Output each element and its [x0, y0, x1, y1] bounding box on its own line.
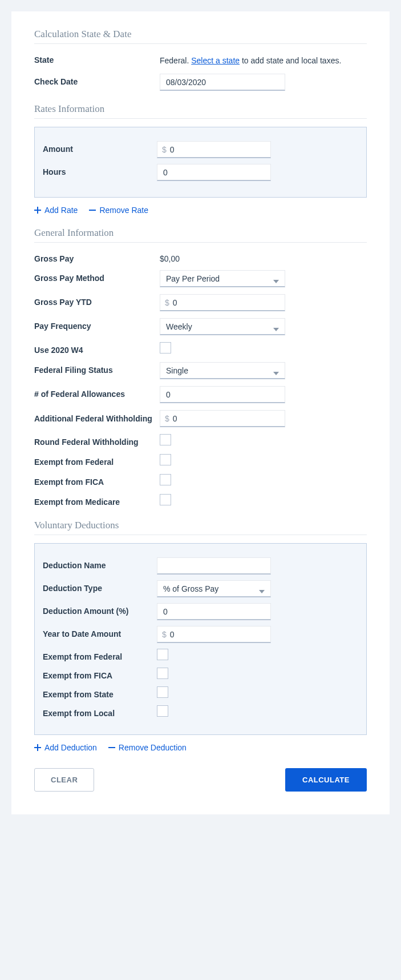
deduction-ytd-input[interactable]: [169, 629, 271, 640]
deduction-amount-label: Deduction Amount (%): [43, 603, 157, 616]
round-wh-row: Round Federal Withholding: [34, 434, 367, 447]
rate-hours-label: Hours: [43, 164, 157, 176]
deduction-name-label: Deduction Name: [43, 557, 157, 570]
additional-wh-wrap[interactable]: $: [160, 410, 285, 427]
section-title-rates: Rates Information: [34, 103, 367, 119]
round-wh-label: Round Federal Withholding: [34, 434, 160, 447]
rate-amount-row: Amount $: [43, 141, 358, 158]
filing-status-select[interactable]: Single: [160, 362, 285, 379]
state-row: State Federal. Select a state to add sta…: [34, 52, 367, 67]
gross-pay-method-label: Gross Pay Method: [34, 270, 160, 283]
section-title-general: General Information: [34, 227, 367, 243]
rate-links: Add Rate Remove Rate: [34, 206, 367, 215]
plus-icon: [34, 744, 41, 751]
ded-exempt-state-checkbox[interactable]: [157, 686, 168, 698]
minus-icon: [108, 744, 115, 751]
remove-deduction-link[interactable]: Remove Deduction: [108, 743, 187, 752]
exempt-medicare-label: Exempt from Medicare: [34, 494, 160, 507]
allowances-input[interactable]: [160, 386, 285, 403]
exempt-federal-checkbox[interactable]: [160, 454, 171, 465]
rate-amount-wrap[interactable]: $: [157, 141, 271, 158]
state-value-text: Federal. Select a state to add state and…: [160, 52, 367, 67]
deduction-type-label: Deduction Type: [43, 580, 157, 593]
calculate-button[interactable]: CALCULATE: [285, 768, 367, 792]
exempt-medicare-checkbox[interactable]: [160, 494, 171, 505]
rate-hours-input[interactable]: [157, 164, 271, 181]
rate-amount-label: Amount: [43, 141, 157, 154]
filing-status-value: Single: [166, 366, 273, 375]
exempt-medicare-row: Exempt from Medicare: [34, 494, 367, 507]
clear-button[interactable]: CLEAR: [34, 768, 94, 792]
add-deduction-text: Add Deduction: [44, 743, 97, 752]
gross-pay-value: $0,00: [160, 251, 367, 263]
section-title-deductions: Voluntary Deductions: [34, 520, 367, 535]
section-title-state-date: Calculation State & Date: [34, 29, 367, 44]
ded-exempt-state-label: Exempt from State: [43, 686, 157, 699]
ded-exempt-fica-label: Exempt from FICA: [43, 668, 157, 680]
remove-deduction-text: Remove Deduction: [119, 743, 187, 752]
use-2020-w4-checkbox[interactable]: [160, 342, 171, 354]
ded-exempt-federal-label: Exempt from Federal: [43, 649, 157, 661]
deduction-amount-input[interactable]: [157, 603, 271, 620]
filing-status-label: Federal Filing Status: [34, 362, 160, 375]
add-rate-link[interactable]: Add Rate: [34, 206, 78, 215]
deduction-type-select[interactable]: % of Gross Pay: [157, 580, 271, 597]
chevron-down-icon: [273, 324, 279, 330]
dollar-icon: $: [165, 298, 169, 307]
gross-pay-method-row: Gross Pay Method Pay Per Period: [34, 270, 367, 287]
deduction-type-value: % of Gross Pay: [163, 584, 259, 593]
deductions-box: Deduction Name Deduction Type % of Gross…: [34, 543, 367, 735]
chevron-down-icon: [273, 276, 279, 282]
round-wh-checkbox[interactable]: [160, 434, 171, 445]
deduction-name-input[interactable]: [157, 557, 271, 575]
gross-pay-method-value: Pay Per Period: [166, 274, 273, 283]
rate-amount-input[interactable]: [169, 144, 271, 155]
use-2020-w4-row: Use 2020 W4: [34, 342, 367, 355]
gross-pay-ytd-wrap[interactable]: $: [160, 294, 285, 311]
rates-box: Amount $ Hours: [34, 127, 367, 198]
deduction-name-row: Deduction Name: [43, 557, 358, 575]
state-prefix: Federal.: [160, 56, 191, 65]
remove-rate-text: Remove Rate: [99, 206, 148, 215]
ded-exempt-local-row: Exempt from Local: [43, 705, 358, 718]
use-2020-w4-label: Use 2020 W4: [34, 342, 160, 355]
exempt-fica-checkbox[interactable]: [160, 474, 171, 485]
deduction-links: Add Deduction Remove Deduction: [34, 743, 367, 752]
ded-exempt-fica-checkbox[interactable]: [157, 668, 168, 679]
deduction-type-row: Deduction Type % of Gross Pay: [43, 580, 358, 597]
check-date-row: Check Date: [34, 74, 367, 91]
ded-exempt-federal-row: Exempt from Federal: [43, 649, 358, 662]
gross-pay-method-select[interactable]: Pay Per Period: [160, 270, 285, 287]
dollar-icon: $: [165, 414, 169, 423]
additional-wh-row: Additional Federal Withholding $: [34, 410, 367, 427]
minus-icon: [89, 207, 96, 214]
allowances-row: # of Federal Allowances: [34, 386, 367, 403]
gross-pay-label: Gross Pay: [34, 251, 160, 263]
exempt-federal-row: Exempt from Federal: [34, 454, 367, 467]
add-rate-text: Add Rate: [44, 206, 78, 215]
gross-pay-row: Gross Pay $0,00: [34, 251, 367, 263]
additional-wh-input[interactable]: [172, 413, 281, 424]
dollar-icon: $: [162, 145, 167, 154]
state-suffix: to add state and local taxes.: [240, 56, 341, 65]
deduction-ytd-wrap[interactable]: $: [157, 626, 271, 643]
gross-pay-ytd-input[interactable]: [172, 298, 281, 308]
pay-frequency-label: Pay Frequency: [34, 318, 160, 331]
chevron-down-icon: [273, 368, 279, 373]
check-date-input[interactable]: [160, 74, 285, 91]
chevron-down-icon: [259, 586, 265, 592]
pay-frequency-select[interactable]: Weekly: [160, 318, 285, 335]
select-state-link[interactable]: Select a state: [191, 56, 240, 65]
ded-exempt-federal-checkbox[interactable]: [157, 649, 168, 660]
remove-rate-link[interactable]: Remove Rate: [89, 206, 148, 215]
ded-exempt-local-checkbox[interactable]: [157, 705, 168, 717]
filing-status-row: Federal Filing Status Single: [34, 362, 367, 379]
plus-icon: [34, 207, 41, 214]
state-label: State: [34, 52, 160, 65]
exempt-fica-row: Exempt from FICA: [34, 474, 367, 487]
additional-wh-label: Additional Federal Withholding: [34, 410, 160, 424]
add-deduction-link[interactable]: Add Deduction: [34, 743, 97, 752]
exempt-fica-label: Exempt from FICA: [34, 474, 160, 487]
ded-exempt-local-label: Exempt from Local: [43, 705, 157, 718]
deduction-ytd-row: Year to Date Amount $: [43, 626, 358, 643]
